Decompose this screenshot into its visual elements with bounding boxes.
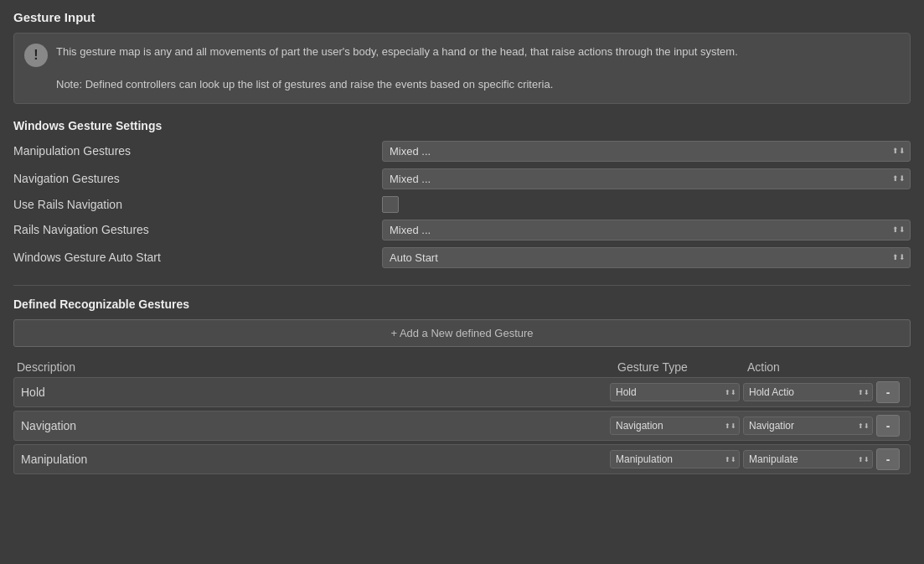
info-text-1: This gesture map is any and all movement…: [56, 44, 898, 60]
table-row: Navigation Navigation Navigatior -: [13, 411, 911, 441]
row-manipulation-description: Manipulation: [18, 453, 607, 466]
row-navigation-action-dropdown[interactable]: Navigatior: [743, 417, 873, 435]
col-header-description: Description: [17, 360, 617, 374]
table-row: Manipulation Manipulation Manipulate -: [13, 444, 911, 474]
manipulation-gestures-label: Manipulation Gestures: [13, 144, 382, 158]
row-hold-action-dropdown[interactable]: Hold Actio: [743, 383, 873, 401]
windows-gesture-auto-start-dropdown-wrapper: Auto Start: [382, 247, 911, 268]
col-header-remove: [877, 360, 907, 374]
use-rails-navigation-control: [382, 196, 911, 213]
row-manipulation-remove-button[interactable]: -: [876, 448, 900, 470]
info-icon: !: [24, 44, 48, 67]
navigation-gestures-dropdown[interactable]: Mixed ...: [382, 168, 911, 189]
col-header-gesture-type: Gesture Type: [617, 360, 747, 374]
divider: [13, 285, 911, 286]
use-rails-navigation-checkbox[interactable]: [382, 196, 399, 213]
navigation-gestures-dropdown-wrapper: Mixed ...: [382, 168, 911, 189]
table-header: Description Gesture Type Action: [13, 360, 911, 374]
table-row: Hold Hold Hold Actio -: [13, 377, 911, 407]
windows-gesture-auto-start-control: Auto Start: [382, 247, 911, 268]
use-rails-navigation-label: Use Rails Navigation: [13, 198, 382, 211]
row-manipulation-gesture-type-wrapper: Manipulation: [610, 450, 740, 468]
row-hold-description: Hold: [18, 385, 607, 399]
windows-gesture-auto-start-label: Windows Gesture Auto Start: [13, 251, 382, 264]
row-hold-gesture-type-dropdown[interactable]: Hold: [610, 383, 740, 401]
navigation-gestures-control: Mixed ...: [382, 168, 911, 189]
navigation-gestures-label: Navigation Gestures: [13, 172, 382, 185]
row-navigation-gesture-type-dropdown[interactable]: Navigation: [610, 417, 740, 435]
manipulation-gestures-control: Mixed ...: [382, 141, 911, 162]
row-hold-action-wrapper: Hold Actio: [743, 383, 873, 401]
defined-gestures-label: Defined Recognizable Gestures: [13, 298, 911, 311]
manipulation-gestures-dropdown[interactable]: Mixed ...: [382, 141, 911, 162]
info-text-2: Note: Defined controllers can look up th…: [56, 76, 898, 93]
windows-gesture-settings-label: Windows Gesture Settings: [13, 119, 911, 132]
col-header-action: Action: [747, 360, 877, 374]
row-hold-remove-button[interactable]: -: [876, 381, 900, 403]
row-navigation-gesture-type-wrapper: Navigation: [610, 417, 740, 435]
rails-navigation-gestures-dropdown[interactable]: Mixed ...: [382, 220, 911, 241]
page-title: Gesture Input: [13, 10, 911, 24]
row-navigation-action-wrapper: Navigatior: [743, 417, 873, 435]
rails-navigation-gestures-dropdown-wrapper: Mixed ...: [382, 220, 911, 241]
main-container: Gesture Input ! This gesture map is any …: [0, 0, 924, 488]
rails-navigation-gestures-control: Mixed ...: [382, 220, 911, 241]
rails-navigation-gestures-label: Rails Navigation Gestures: [13, 223, 382, 236]
row-manipulation-action-wrapper: Manipulate: [743, 450, 873, 468]
row-navigation-description: Navigation: [18, 419, 607, 432]
row-navigation-remove-button[interactable]: -: [876, 415, 900, 437]
row-manipulation-action-dropdown[interactable]: Manipulate: [743, 450, 873, 468]
manipulation-gestures-dropdown-wrapper: Mixed ...: [382, 141, 911, 162]
windows-gesture-auto-start-dropdown[interactable]: Auto Start: [382, 247, 911, 268]
row-manipulation-gesture-type-dropdown[interactable]: Manipulation: [610, 450, 740, 468]
info-box: ! This gesture map is any and all moveme…: [13, 33, 911, 104]
add-gesture-button[interactable]: + Add a New defined Gesture: [13, 319, 911, 347]
row-hold-gesture-type-wrapper: Hold: [610, 383, 740, 401]
settings-grid: Manipulation Gestures Mixed ... Navigati…: [13, 141, 911, 268]
